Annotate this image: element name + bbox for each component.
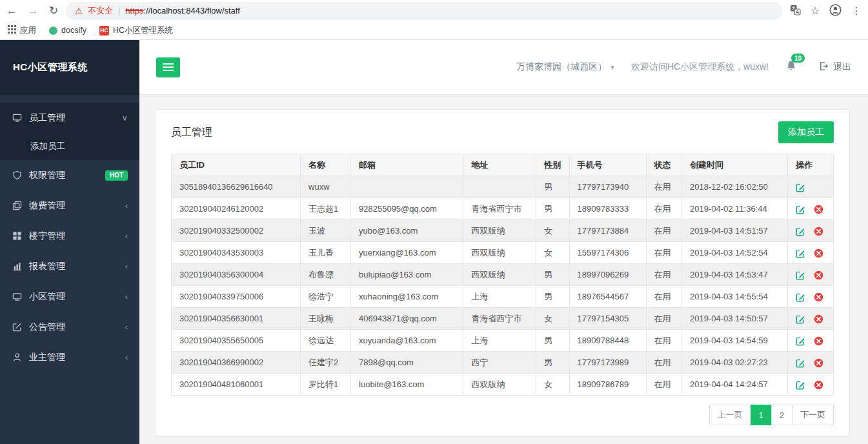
bookmark-star-icon[interactable]: ☆ (811, 6, 820, 16)
notifications-button[interactable]: 10 (785, 60, 797, 74)
sidebar-item-owner-management[interactable]: 业主管理 ‹ (0, 342, 139, 372)
browser-menu-icon[interactable]: ⋮ (851, 6, 862, 16)
table-row: 302019040343530003 玉儿香 yuerxiang@163.com… (172, 242, 834, 264)
logout-button[interactable]: 退出 (819, 61, 851, 73)
cell-address: 西双版纳 (463, 374, 536, 396)
cell-staff-id: 302019040246120002 (172, 198, 301, 220)
bookmark-hc-system[interactable]: HC HC小区管理系统 (99, 25, 173, 36)
avatar-icon[interactable] (829, 4, 842, 18)
cell-status: 在用 (646, 330, 681, 352)
sidebar-item-add-staff[interactable]: 添加员工 (0, 133, 139, 160)
cell-actions (788, 198, 834, 220)
delete-icon[interactable] (814, 380, 823, 390)
submenu-item-label: 添加员工 (30, 141, 65, 152)
add-staff-button[interactable]: 添加员工 (778, 121, 834, 143)
delete-icon[interactable] (814, 227, 823, 236)
sidebar-item-community-management[interactable]: 小区管理 ‹ (0, 281, 139, 312)
bookmark-hc-label: HC小区管理系统 (113, 25, 173, 36)
hot-badge: HOT (105, 170, 128, 181)
table-row: 30518940136629616640 wuxw 男 17797173940 … (172, 176, 834, 198)
edit-icon[interactable] (796, 314, 805, 324)
translate-icon[interactable] (790, 5, 801, 17)
security-warning-icon: ⚠ (75, 6, 83, 15)
delete-icon[interactable] (814, 292, 823, 302)
col-header-phone: 手机号 (569, 154, 646, 176)
edit-icon[interactable] (796, 227, 805, 236)
edit-icon[interactable] (796, 336, 805, 346)
cell-name: 罗比特1 (301, 374, 351, 396)
sidebar-item-permission-management[interactable]: 权限管理 HOT (0, 160, 139, 190)
edit-icon[interactable] (796, 270, 805, 280)
cell-name: 徐远达 (301, 330, 351, 352)
notification-badge: 10 (791, 54, 805, 63)
table-row: 302019040356630001 王咏梅 406943871@qq.com … (172, 308, 834, 330)
apps-button[interactable]: 应用 (8, 25, 36, 36)
cell-gender: 男 (536, 264, 569, 286)
sidebar-item-label: 公告管理 (29, 321, 65, 333)
sidebar-item-report-management[interactable]: 报表管理 ‹ (0, 251, 139, 281)
welcome-text: 欢迎访问HC小区管理系统，wuxw! (631, 61, 769, 73)
cell-gender: 女 (536, 242, 569, 264)
chevron-left-icon: ‹ (125, 231, 128, 241)
reload-icon[interactable]: ↻ (49, 5, 58, 16)
edit-icon[interactable] (796, 248, 805, 258)
table-row: 302019040339750006 徐浩宁 xuhaoning@163.com… (172, 286, 834, 308)
cell-phone: 17797173989 (569, 352, 646, 374)
delete-icon[interactable] (814, 358, 823, 368)
delete-icon[interactable] (814, 248, 823, 258)
cell-name: wuxw (301, 176, 351, 198)
content-area: 员工管理 添加员工 员工ID 名称 邮箱 地址 性别 手 (139, 95, 868, 444)
sidebar-toggle-button[interactable] (156, 57, 180, 77)
cell-status: 在用 (646, 374, 681, 396)
cell-address (463, 176, 536, 198)
cell-actions (788, 352, 834, 374)
delete-icon[interactable] (814, 314, 823, 324)
cell-staff-id: 302019040332500002 (172, 220, 301, 242)
pagination-page-2-button[interactable]: 2 (771, 405, 792, 425)
cell-actions (788, 220, 834, 242)
cell-actions (788, 308, 834, 330)
hamburger-icon (163, 66, 174, 68)
chevron-left-icon: ‹ (125, 322, 128, 332)
col-header-gender: 性别 (536, 154, 569, 176)
delete-icon[interactable] (814, 336, 823, 346)
edit-icon[interactable] (796, 292, 805, 302)
cell-staff-id: 302019040356630001 (172, 308, 301, 330)
sidebar-item-notice-management[interactable]: 公告管理 ‹ (0, 312, 139, 342)
col-header-id: 员工ID (172, 154, 301, 176)
cell-phone: 18909788448 (569, 330, 646, 352)
cell-email: xuyuanda@163.com (351, 330, 463, 352)
cell-status: 在用 (646, 220, 681, 242)
bar-chart-icon (12, 261, 22, 271)
logout-label: 退出 (833, 61, 851, 73)
sidebar-item-building-management[interactable]: 楼宇管理 ‹ (0, 221, 139, 251)
delete-icon[interactable] (814, 205, 823, 214)
caret-down-icon: ▾ (611, 63, 614, 72)
back-icon[interactable]: ← (6, 5, 17, 16)
edit-icon[interactable] (796, 205, 805, 214)
cell-address: 上海 (463, 286, 536, 308)
cell-gender: 男 (536, 330, 569, 352)
pagination-page-1-button[interactable]: 1 (751, 405, 772, 425)
edit-icon[interactable] (796, 380, 805, 390)
edit-icon[interactable] (796, 183, 805, 192)
community-selector[interactable]: 万博家博园（城西区） ▾ (516, 61, 614, 73)
delete-icon[interactable] (814, 270, 823, 280)
edit-icon[interactable] (796, 358, 805, 368)
cell-status: 在用 (646, 264, 681, 286)
address-bar[interactable]: ⚠ 不安全 | https://localhost:8443/flow/staf… (66, 2, 782, 20)
cell-address: 西双版纳 (463, 242, 536, 264)
cell-name: 玉波 (301, 220, 351, 242)
pagination: 上一页 1 2 下一页 (171, 405, 834, 425)
sidebar-item-label: 小区管理 (29, 291, 65, 303)
cell-created: 2019-04-02 11:36:44 (682, 198, 788, 220)
cell-gender: 女 (536, 308, 569, 330)
pagination-prev-button[interactable]: 上一页 (709, 405, 751, 425)
pagination-next-button[interactable]: 下一页 (792, 405, 834, 425)
forward-icon[interactable]: → (28, 5, 39, 16)
bookmark-docsify[interactable]: docsify (49, 26, 86, 35)
sidebar-item-staff-management[interactable]: 员工管理 ∨ (0, 103, 139, 133)
cell-created: 2019-04-03 14:51:57 (682, 220, 788, 242)
cell-status: 在用 (646, 308, 681, 330)
sidebar-item-payment-management[interactable]: 缴费管理 ‹ (0, 190, 139, 221)
